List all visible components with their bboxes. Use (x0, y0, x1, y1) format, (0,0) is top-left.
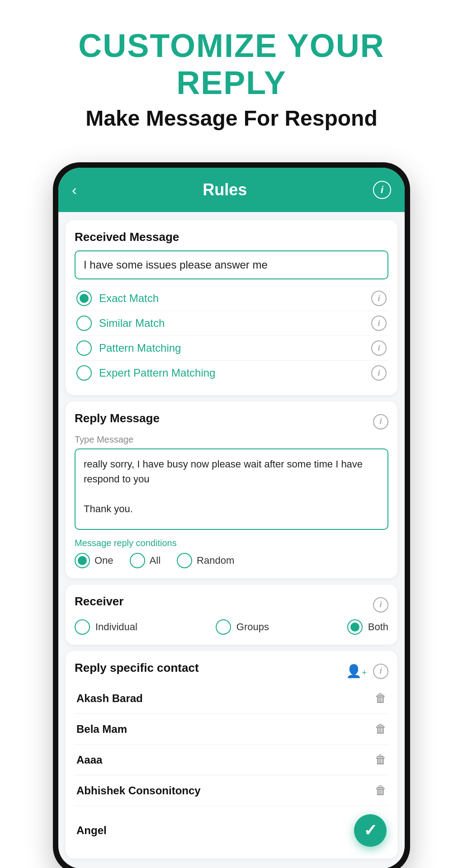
receiver-individual-radio[interactable] (75, 619, 90, 635)
expert-pattern-label: Expert Pattern Matching (99, 367, 215, 379)
received-message-card: Received Message Exact Match i Similar M… (66, 220, 397, 395)
condition-one-label: One (94, 555, 113, 566)
condition-one[interactable]: One (75, 553, 113, 568)
expert-pattern-option[interactable]: Expert Pattern Matching (76, 365, 215, 381)
receiver-card: Receiver i Individual Groups Both (66, 585, 397, 645)
specific-contact-title: Reply specific contact (75, 661, 199, 675)
similar-match-radio[interactable] (76, 316, 92, 331)
check-mark-icon: ✓ (364, 821, 377, 840)
receiver-individual[interactable]: Individual (75, 619, 137, 635)
receiver-individual-label: Individual (95, 621, 137, 633)
similar-match-row: Similar Match i (75, 311, 388, 335)
delete-contact-aaaa[interactable]: 🗑 (375, 753, 387, 767)
contact-row-angel: Angel ✓ (75, 806, 388, 849)
exact-match-info-icon[interactable]: i (371, 291, 387, 306)
app-header: ‹ Rules i (58, 168, 405, 212)
reply-message-info-icon[interactable]: i (373, 414, 388, 429)
exact-match-option[interactable]: Exact Match (76, 291, 159, 306)
add-contact-icon[interactable]: 👤+ (346, 664, 367, 679)
exact-match-label: Exact Match (99, 292, 159, 305)
specific-contact-card: Reply specific contact 👤+ i Akash Barad … (66, 651, 397, 859)
condition-all-label: All (150, 555, 161, 566)
delete-contact-abhishek[interactable]: 🗑 (375, 783, 387, 797)
condition-all[interactable]: All (130, 553, 161, 568)
similar-match-label: Similar Match (99, 317, 165, 330)
header-info-icon[interactable]: i (373, 181, 391, 199)
page-header: CUSTOMIZE YOUR REPLY Make Message For Re… (0, 0, 463, 144)
contact-header-icons: 👤+ i (346, 664, 388, 679)
contact-row-akash: Akash Barad 🗑 (75, 683, 388, 714)
condition-random[interactable]: Random (177, 553, 234, 568)
delete-contact-bela[interactable]: 🗑 (375, 722, 387, 736)
contact-name-aaaa: Aaaa (76, 754, 102, 766)
condition-all-radio[interactable] (130, 553, 145, 568)
condition-random-label: Random (197, 555, 234, 566)
similar-match-option[interactable]: Similar Match (76, 316, 165, 331)
contact-card-header: Reply specific contact 👤+ i (75, 661, 388, 681)
phone-screen: ‹ Rules i Received Message Exact Match i (58, 168, 405, 868)
screen-content: Received Message Exact Match i Similar M… (58, 212, 405, 867)
contact-name-angel: Angel (76, 824, 107, 837)
page-subtitle: Make Message For Respond (27, 106, 436, 131)
received-message-title: Received Message (75, 230, 388, 244)
receiver-title: Receiver (75, 594, 123, 609)
reply-message-textarea[interactable]: really sorry, I have busy now please wai… (75, 448, 388, 530)
pattern-match-row: Pattern Matching i (75, 335, 388, 360)
contact-row-aaaa: Aaaa 🗑 (75, 745, 388, 775)
page-title: CUSTOMIZE YOUR REPLY (27, 27, 436, 101)
screen-title: Rules (203, 180, 247, 199)
received-message-input[interactable] (75, 250, 388, 279)
contact-row-bela: Bela Mam 🗑 (75, 714, 388, 745)
delete-contact-akash[interactable]: 🗑 (375, 691, 387, 705)
reply-card-header: Reply Message i (75, 411, 388, 432)
contact-name-bela: Bela Mam (76, 723, 127, 736)
contact-name-akash: Akash Barad (76, 692, 143, 705)
expert-pattern-row: Expert Pattern Matching i (75, 360, 388, 385)
condition-one-radio[interactable] (75, 553, 90, 568)
receiver-both-label: Both (368, 621, 388, 633)
pattern-match-info-icon[interactable]: i (371, 340, 387, 356)
reply-message-card: Reply Message i Type Message really sorr… (66, 401, 397, 578)
exact-match-radio[interactable] (76, 291, 92, 306)
receiver-both[interactable]: Both (347, 619, 388, 635)
condition-random-radio[interactable] (177, 553, 192, 568)
reply-type-label: Type Message (75, 434, 388, 445)
receiver-card-header: Receiver i (75, 594, 388, 615)
conditions-label: Message reply conditions (75, 538, 388, 548)
pattern-match-radio[interactable] (76, 340, 92, 356)
receiver-info-icon[interactable]: i (373, 597, 388, 613)
expert-pattern-info-icon[interactable]: i (371, 365, 387, 381)
contact-row-abhishek: Abhishek Consonitoncy 🗑 (75, 775, 388, 806)
phone-frame: ‹ Rules i Received Message Exact Match i (53, 162, 410, 868)
receiver-groups-label: Groups (236, 621, 269, 633)
pattern-match-label: Pattern Matching (99, 342, 181, 354)
receiver-groups-radio[interactable] (216, 619, 231, 635)
receiver-options: Individual Groups Both (75, 619, 388, 635)
reply-message-title: Reply Message (75, 411, 160, 425)
receiver-both-radio[interactable] (347, 619, 363, 635)
save-check-button[interactable]: ✓ (354, 814, 387, 847)
exact-match-row: Exact Match i (75, 286, 388, 311)
receiver-groups[interactable]: Groups (216, 619, 269, 635)
expert-pattern-radio[interactable] (76, 365, 92, 381)
back-button[interactable]: ‹ (72, 182, 77, 198)
contact-info-icon[interactable]: i (373, 664, 388, 679)
similar-match-info-icon[interactable]: i (371, 316, 387, 331)
contact-name-abhishek: Abhishek Consonitoncy (76, 784, 201, 797)
conditions-row: One All Random (75, 553, 388, 568)
pattern-match-option[interactable]: Pattern Matching (76, 340, 181, 356)
